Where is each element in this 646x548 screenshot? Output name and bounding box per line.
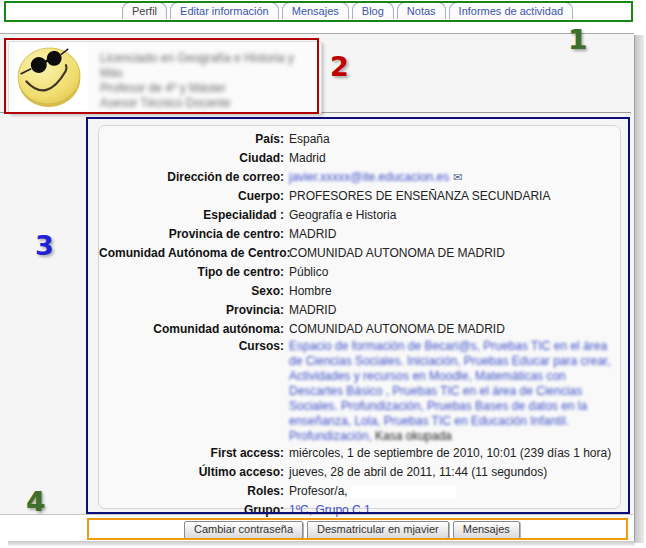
- detail-label: Provincia:: [99, 301, 289, 320]
- detail-value: Hombre: [289, 282, 620, 301]
- detail-label: Comunidad Autónoma de Centro:: [99, 244, 289, 263]
- user-description-line: Asesor Técnico Docente: [100, 96, 315, 111]
- detail-label: Cuerpo:: [99, 187, 289, 206]
- user-description-blurred: Licenciado en Geografía e Historia y Más…: [100, 51, 315, 111]
- detail-label: Provincia de centro:: [99, 225, 289, 244]
- user-description-line: Licenciado en Geografía e Historia y Más: [100, 51, 315, 81]
- detail-label: Último acceso:: [99, 463, 289, 482]
- smiley-sunglasses-avatar-icon: [10, 43, 88, 110]
- user-description-line: Profesor de 4º y Máster: [100, 81, 315, 96]
- detail-row-pais: País: España: [99, 130, 620, 149]
- detail-row-email: Dirección de correo: javier.xxxxx@ite.ed…: [99, 168, 620, 187]
- profile-details-panel: País: España Ciudad: Madrid Dirección de…: [98, 125, 621, 509]
- tab-mensajes[interactable]: Mensajes: [282, 2, 349, 19]
- redacted-roles-whiteout: [351, 485, 456, 498]
- detail-row-first-access: First access: miércoles, 1 de septiembre…: [99, 444, 620, 463]
- detail-value: Geografía e Historia: [289, 206, 620, 225]
- window-shadow-right: [634, 35, 644, 543]
- tab-notas[interactable]: Notas: [397, 2, 446, 19]
- detail-row-provincia: Provincia: MADRID: [99, 301, 620, 320]
- detail-label: Comunidad autónoma:: [99, 320, 289, 339]
- detail-label: Especialidad :: [99, 206, 289, 225]
- detail-label: Tipo de centro:: [99, 263, 289, 282]
- detail-value: PROFESORES DE ENSEÑANZA SECUNDARIA: [289, 187, 620, 206]
- unenrol-button[interactable]: Desmatricular en mjavier: [307, 521, 449, 539]
- roles-value: Profesor/a,: [289, 484, 348, 498]
- envelope-icon[interactable]: ✉: [453, 168, 462, 187]
- detail-row-roles: Roles: Profesor/a,: [99, 482, 620, 501]
- detail-row-comunidad-autonoma: Comunidad autónoma: COMUNIDAD AUTONOMA D…: [99, 320, 620, 339]
- detail-value: jueves, 28 de abril de 2011, 11:44 (11 s…: [289, 463, 620, 482]
- detail-label: Sexo:: [99, 282, 289, 301]
- tab-editar-informacion[interactable]: Editar información: [170, 2, 279, 19]
- course-plain-blurred: Kasa okupada: [375, 429, 452, 443]
- detail-value: Madrid: [289, 149, 620, 168]
- tab-informes-de-actividad[interactable]: Informes de actividad: [449, 2, 574, 19]
- tab-blog[interactable]: Blog: [352, 2, 394, 19]
- detail-value: COMUNIDAD AUTONOMA DE MADRID: [289, 320, 620, 339]
- detail-row-grupo: Grupo: 1ºC, Grupo C 1: [99, 501, 620, 520]
- detail-value: MADRID: [289, 301, 620, 320]
- detail-row-especialidad: Especialidad : Geografía e Historia: [99, 206, 620, 225]
- footer-button-row: Cambiar contraseña Desmatricular en mjav…: [184, 521, 520, 539]
- detail-row-last-access: Último acceso: jueves, 28 de abril de 20…: [99, 463, 620, 482]
- detail-label: Roles:: [99, 482, 289, 501]
- detail-row-cuerpo: Cuerpo: PROFESORES DE ENSEÑANZA SECUNDAR…: [99, 187, 620, 206]
- detail-row-comunidad-centro: Comunidad Autónoma de Centro: COMUNIDAD …: [99, 244, 620, 263]
- detail-value: miércoles, 1 de septiembre de 2010, 10:0…: [289, 444, 620, 463]
- detail-value: COMUNIDAD AUTONOMA DE MADRID: [289, 244, 620, 263]
- messages-button[interactable]: Mensajes: [453, 521, 520, 539]
- detail-row-ciudad: Ciudad: Madrid: [99, 149, 620, 168]
- detail-label: First access:: [99, 444, 289, 463]
- tab-perfil[interactable]: Perfil: [122, 2, 167, 19]
- group-links[interactable]: 1ºC, Grupo C 1: [289, 503, 371, 517]
- detail-label: Dirección de correo:: [99, 168, 289, 187]
- course-links-blurred[interactable]: Espacio de formación de Becari@s, Prueba…: [289, 339, 611, 443]
- profile-tab-bar: Perfil Editar información Mensajes Blog …: [122, 2, 573, 19]
- detail-value: Público: [289, 263, 620, 282]
- detail-label: Ciudad:: [99, 149, 289, 168]
- detail-row-sexo: Sexo: Hombre: [99, 282, 620, 301]
- detail-row-provincia-centro: Provincia de centro: MADRID: [99, 225, 620, 244]
- detail-row-tipo-centro: Tipo de centro: Público: [99, 263, 620, 282]
- detail-label: Grupo:: [99, 501, 289, 520]
- detail-value: España: [289, 130, 620, 149]
- email-link[interactable]: javier.xxxxx@ite.educacion.es: [289, 170, 449, 184]
- detail-value: MADRID: [289, 225, 620, 244]
- header-divider: [0, 33, 634, 34]
- avatar: [10, 43, 88, 110]
- change-password-button[interactable]: Cambiar contraseña: [184, 521, 303, 539]
- detail-row-cursos: Cursos: Espacio de formación de Becari@s…: [99, 339, 620, 444]
- detail-label: Cursos:: [99, 339, 289, 444]
- detail-label: País:: [99, 130, 289, 149]
- window-shadow-bottom: [8, 541, 635, 546]
